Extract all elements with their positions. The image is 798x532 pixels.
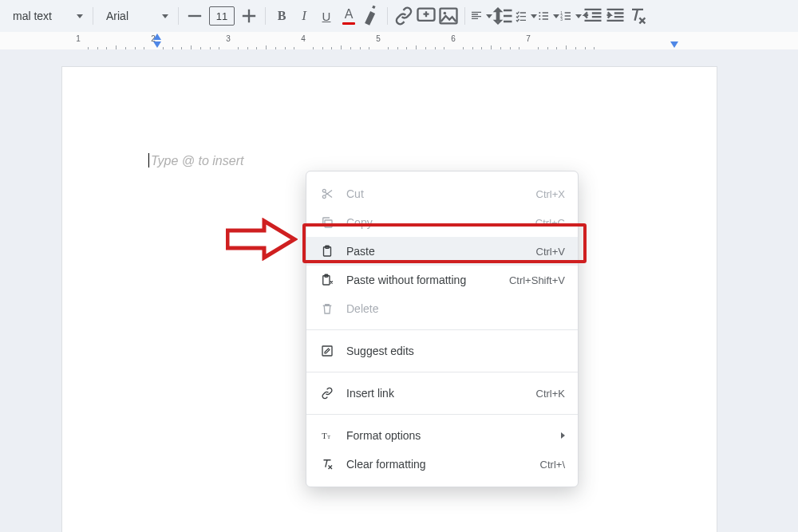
menu-item-suggest-edits[interactable]: Suggest edits: [306, 337, 578, 365]
font-size-input[interactable]: 11: [209, 6, 235, 26]
paste-icon: [319, 243, 335, 259]
highlighter-icon: [357, 2, 385, 30]
text-color-button[interactable]: A: [338, 5, 360, 27]
svg-point-2: [444, 12, 447, 15]
svg-point-3: [539, 12, 540, 14]
paragraph-style-label: mal text: [13, 10, 52, 22]
svg-point-5: [539, 18, 540, 20]
decrease-indent-button[interactable]: [582, 5, 604, 27]
ruler-indent-marker-right[interactable]: [670, 41, 678, 48]
menu-item-cut: CutCtrl+X: [306, 179, 578, 208]
svg-rect-14: [322, 346, 332, 356]
menu-item-label: Suggest edits: [346, 345, 554, 357]
svg-rect-1: [440, 9, 457, 24]
ruler-first-line-marker[interactable]: [153, 33, 161, 40]
italic-icon: I: [302, 8, 306, 24]
separator: [93, 7, 93, 25]
menu-item-paste-without-formatting[interactable]: Paste without formattingCtrl+Shift+V: [306, 266, 578, 294]
checklist-button[interactable]: [515, 5, 537, 27]
clear-icon: [319, 456, 335, 472]
menu-item-delete: Delete: [306, 294, 578, 323]
ruler-number: 3: [226, 34, 231, 43]
link-icon: [319, 385, 335, 401]
underline-icon: U: [322, 10, 331, 23]
separator: [178, 7, 179, 25]
menu-item-shortcut: Ctrl+K: [536, 388, 565, 400]
font-size-value: 11: [216, 10, 227, 22]
menu-item-shortcut: Ctrl+X: [536, 188, 565, 200]
ruler-number: 1: [76, 34, 81, 43]
ruler-number: 5: [376, 34, 381, 43]
menu-item-paste[interactable]: PasteCtrl+V: [306, 237, 578, 266]
menu-item-format-options[interactable]: TTFormat options: [306, 421, 578, 450]
increase-indent-button[interactable]: [604, 5, 626, 27]
ruler-number: 4: [301, 34, 306, 43]
clear-formatting-button[interactable]: [626, 5, 649, 27]
chevron-down-icon: [553, 14, 559, 18]
menu-item-label: Copy: [346, 216, 524, 229]
svg-text:3: 3: [560, 18, 563, 22]
chevron-right-icon: [561, 432, 565, 439]
format-icon: TT: [319, 428, 335, 443]
menu-divider: [306, 414, 578, 415]
italic-button[interactable]: I: [293, 5, 315, 27]
decrease-font-size-button[interactable]: [184, 5, 206, 27]
svg-rect-9: [325, 220, 332, 227]
bold-button[interactable]: B: [271, 5, 293, 27]
suggest-icon: [319, 343, 335, 359]
image-icon: [437, 5, 460, 27]
paragraph-style-select[interactable]: mal text: [5, 5, 88, 27]
svg-point-4: [539, 15, 540, 17]
plus-icon: [238, 5, 260, 27]
increase-font-size-button[interactable]: [238, 5, 260, 27]
menu-item-label: Paste: [346, 245, 525, 258]
chevron-down-icon: [531, 14, 537, 18]
menu-item-label: Clear formatting: [346, 458, 529, 471]
cut-icon: [319, 186, 335, 202]
bulleted-list-button[interactable]: [537, 5, 559, 27]
insert-link-button[interactable]: [393, 5, 415, 27]
font-family-select[interactable]: Arial: [98, 5, 173, 27]
ruler-indent-marker-left[interactable]: [153, 41, 161, 48]
separator: [464, 7, 465, 25]
menu-item-clear-formatting[interactable]: Clear formattingCtrl+\: [306, 450, 578, 479]
menu-item-label: Format options: [346, 429, 550, 442]
horizontal-align-button[interactable]: [470, 5, 492, 27]
paste-nf-icon: [319, 272, 335, 288]
delete-icon: [319, 301, 335, 317]
menu-item-label: Paste without formatting: [346, 274, 498, 286]
link-icon: [393, 5, 415, 27]
align-left-icon: [470, 10, 483, 22]
chevron-down-icon: [162, 14, 168, 18]
ruler-number: 6: [451, 34, 456, 43]
line-spacing-icon: [492, 5, 515, 27]
insert-image-button[interactable]: [437, 5, 460, 27]
ruler: 1234567: [0, 32, 798, 50]
add-comment-button[interactable]: [415, 5, 437, 27]
menu-item-insert-link[interactable]: Insert linkCtrl+K: [306, 379, 578, 408]
font-family-label: Arial: [106, 10, 128, 22]
checklist-icon: [515, 10, 527, 22]
numbered-list-button[interactable]: 123: [559, 5, 582, 27]
menu-item-label: Insert link: [346, 387, 525, 400]
chevron-down-icon: [486, 14, 492, 18]
toolbar: mal text Arial 11 B I U A: [0, 0, 798, 33]
document-body[interactable]: Type @ to insert: [148, 153, 630, 168]
text-color-swatch: [342, 22, 355, 25]
underline-button[interactable]: U: [315, 5, 338, 27]
bold-icon: B: [278, 9, 286, 23]
menu-item-label: Delete: [346, 302, 554, 315]
menu-item-shortcut: Ctrl+Shift+V: [509, 274, 565, 286]
bulleted-list-icon: [537, 10, 550, 22]
separator: [265, 7, 266, 25]
text-cursor: [148, 153, 149, 167]
chevron-down-icon: [575, 14, 582, 18]
increase-indent-icon: [604, 5, 626, 27]
highlight-color-button[interactable]: [360, 5, 382, 27]
menu-item-shortcut: Ctrl+C: [535, 217, 565, 229]
menu-item-copy: CopyCtrl+C: [306, 208, 578, 237]
line-spacing-button[interactable]: [492, 5, 515, 27]
copy-icon: [319, 215, 335, 231]
context-menu: CutCtrl+XCopyCtrl+CPasteCtrl+VPaste with…: [306, 171, 579, 487]
chevron-down-icon: [77, 14, 83, 18]
